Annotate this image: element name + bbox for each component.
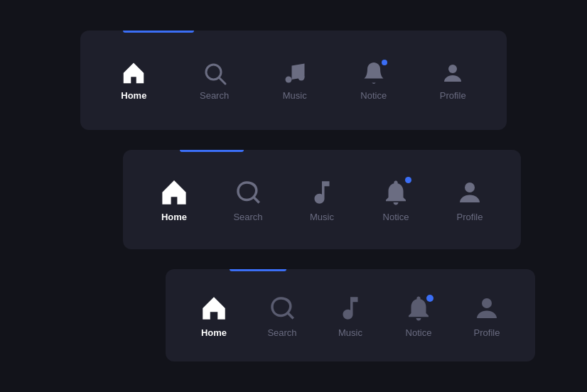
music-icon-wrap-1 (282, 60, 308, 86)
svg-point-2 (285, 76, 291, 82)
notice-icon-wrap-3 (404, 293, 433, 323)
nav-item-music-1[interactable]: Music (271, 55, 319, 107)
navbar-1: Home Search Music Notice (80, 31, 507, 130)
nav-item-home-3[interactable]: Home (188, 288, 240, 344)
nav-item-notice-2[interactable]: Notice (370, 172, 422, 228)
music-icon-1 (282, 60, 308, 86)
svg-point-3 (298, 74, 304, 80)
search-label-1: Search (200, 90, 229, 101)
nav-item-music-2[interactable]: Music (296, 172, 348, 228)
search-label-2: Search (233, 212, 262, 222)
nav-item-notice-3[interactable]: Notice (392, 288, 445, 344)
nav-item-search-1[interactable]: Search (188, 55, 240, 107)
music-label-2: Music (310, 212, 334, 222)
home-label-1: Home (121, 90, 146, 101)
svg-point-5 (465, 183, 475, 192)
navbar-2: Home Search Music Notice (123, 150, 521, 249)
search-icon-wrap-3 (267, 293, 297, 323)
profile-icon-wrap-2 (455, 178, 485, 207)
music-label-1: Music (283, 90, 307, 101)
notice-label-3: Notice (406, 327, 432, 338)
profile-icon-3 (472, 293, 502, 323)
profile-label-2: Profile (457, 212, 483, 222)
active-indicator-2 (180, 150, 244, 152)
notice-dot-1 (382, 60, 387, 65)
nav-item-profile-1[interactable]: Profile (429, 55, 478, 107)
search-icon-3 (267, 293, 297, 323)
music-icon-wrap-3 (335, 293, 365, 323)
active-indicator-3 (230, 269, 286, 271)
music-icon-3 (335, 293, 365, 323)
profile-label-1: Profile (440, 90, 466, 101)
profile-icon-wrap-1 (440, 60, 465, 86)
svg-line-1 (219, 77, 225, 83)
profile-icon-2 (455, 178, 485, 207)
home-icon-wrap-1 (121, 60, 146, 86)
nav-item-search-2[interactable]: Search (222, 172, 274, 228)
search-icon-wrap-1 (202, 60, 227, 86)
search-icon-1 (202, 60, 227, 86)
music-label-3: Music (338, 327, 362, 338)
nav-item-search-3[interactable]: Search (256, 288, 308, 344)
active-indicator-1 (123, 31, 194, 33)
home-icon-wrap-3 (199, 293, 229, 323)
nav-item-profile-2[interactable]: Profile (443, 172, 496, 228)
notice-label-1: Notice (360, 90, 387, 101)
nav-item-profile-3[interactable]: Profile (461, 288, 513, 344)
profile-label-3: Profile (474, 327, 500, 338)
music-icon-wrap-2 (307, 178, 337, 207)
home-icon-2 (159, 178, 189, 207)
home-icon-1 (121, 60, 146, 86)
notice-dot-2 (405, 177, 411, 183)
home-label-2: Home (161, 212, 187, 222)
nav-item-home-1[interactable]: Home (109, 55, 158, 107)
profile-icon-wrap-3 (472, 293, 502, 323)
search-label-3: Search (267, 327, 296, 338)
profile-icon-1 (440, 60, 465, 86)
search-icon-wrap-2 (233, 178, 263, 207)
search-icon-2 (233, 178, 263, 207)
navbar-3: Home Search Music Notice (166, 269, 535, 361)
notice-dot-3 (426, 295, 433, 302)
notice-icon-wrap-1 (361, 60, 387, 86)
home-label-3: Home (201, 327, 227, 338)
svg-point-6 (482, 298, 492, 308)
nav-item-music-3[interactable]: Music (324, 288, 377, 344)
music-icon-2 (307, 178, 337, 207)
home-icon-3 (199, 293, 229, 323)
home-icon-wrap-2 (159, 178, 189, 207)
nav-item-notice-1[interactable]: Notice (349, 55, 398, 107)
svg-point-4 (448, 65, 457, 73)
notice-icon-wrap-2 (381, 178, 411, 207)
notice-label-2: Notice (383, 212, 409, 222)
nav-item-home-2[interactable]: Home (148, 172, 200, 228)
